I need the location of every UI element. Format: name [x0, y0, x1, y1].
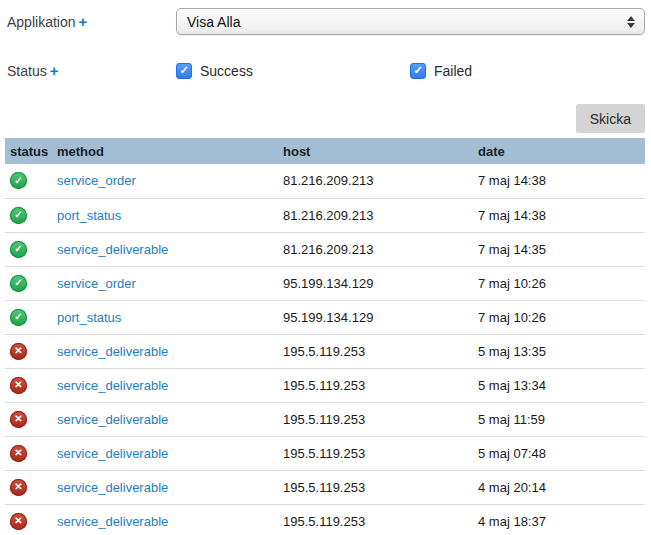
status-failed-icon: ✕: [10, 411, 27, 428]
host-cell: 95.199.134.129: [283, 300, 478, 334]
status-failed-icon: ✕: [10, 343, 27, 360]
table-row: ✕ service_deliverable 195.5.119.253 5 ma…: [5, 436, 645, 470]
host-cell: 195.5.119.253: [283, 368, 478, 402]
method-link[interactable]: service_deliverable: [57, 242, 168, 257]
column-header-date: date: [478, 138, 645, 164]
method-link[interactable]: service_order: [57, 173, 136, 188]
host-cell: 195.5.119.253: [283, 402, 478, 436]
status-add-icon[interactable]: +: [50, 62, 59, 79]
date-cell: 7 maj 14:38: [478, 164, 645, 198]
applikation-add-icon[interactable]: +: [79, 13, 88, 30]
host-cell: 81.216.209.213: [283, 164, 478, 198]
column-header-host: host: [283, 138, 478, 164]
table-row: ✕ service_deliverable 195.5.119.253 5 ma…: [5, 368, 645, 402]
date-cell: 5 maj 13:34: [478, 368, 645, 402]
status-success-icon: ✓: [10, 309, 27, 326]
status-failed-icon: ✕: [10, 445, 27, 462]
status-failed-icon: ✕: [10, 513, 27, 530]
host-cell: 81.216.209.213: [283, 198, 478, 232]
date-cell: 4 maj 20:14: [478, 470, 645, 504]
status-row: Status+ ✓ Success ✓ Failed: [0, 62, 651, 79]
method-link[interactable]: service_deliverable: [57, 412, 168, 427]
status-success-icon: ✓: [10, 275, 27, 292]
host-cell: 95.199.134.129: [283, 266, 478, 300]
host-cell: 195.5.119.253: [283, 436, 478, 470]
skicka-button[interactable]: Skicka: [576, 104, 645, 133]
applikation-label-text: Applikation: [7, 14, 76, 30]
host-cell: 195.5.119.253: [283, 504, 478, 535]
select-stepper-icon: [627, 16, 635, 28]
status-failed-icon: ✕: [10, 479, 27, 496]
applikation-label: Applikation+: [7, 13, 176, 30]
method-link[interactable]: port_status: [57, 208, 121, 223]
date-cell: 7 maj 10:26: [478, 266, 645, 300]
method-link[interactable]: service_deliverable: [57, 480, 168, 495]
column-header-status: status: [5, 138, 57, 164]
failed-checkbox-label: Failed: [434, 63, 472, 79]
failed-checkbox-group: ✓ Failed: [410, 63, 472, 79]
date-cell: 7 maj 14:38: [478, 198, 645, 232]
method-link[interactable]: service_order: [57, 276, 136, 291]
status-success-icon: ✓: [10, 241, 27, 258]
host-cell: 195.5.119.253: [283, 334, 478, 368]
table-row: ✓ port_status 95.199.134.129 7 maj 10:26: [5, 300, 645, 334]
applikation-select-value: Visa Alla: [187, 14, 240, 30]
date-cell: 5 maj 11:59: [478, 402, 645, 436]
table-row: ✓ service_order 81.216.209.213 7 maj 14:…: [5, 164, 645, 198]
date-cell: 5 maj 13:35: [478, 334, 645, 368]
method-link[interactable]: port_status: [57, 310, 121, 325]
success-checkbox-group: ✓ Success: [176, 63, 410, 79]
status-label: Status+: [7, 62, 176, 79]
method-link[interactable]: service_deliverable: [57, 378, 168, 393]
status-failed-icon: ✕: [10, 377, 27, 394]
method-link[interactable]: service_deliverable: [57, 514, 168, 529]
date-cell: 7 maj 10:26: [478, 300, 645, 334]
table-row: ✓ port_status 81.216.209.213 7 maj 14:38: [5, 198, 645, 232]
status-success-icon: ✓: [10, 207, 27, 224]
date-cell: 7 maj 14:35: [478, 232, 645, 266]
date-cell: 5 maj 07:48: [478, 436, 645, 470]
method-link[interactable]: service_deliverable: [57, 344, 168, 359]
method-link[interactable]: service_deliverable: [57, 446, 168, 461]
success-checkbox[interactable]: ✓: [176, 63, 192, 79]
table-row: ✕ service_deliverable 195.5.119.253 4 ma…: [5, 504, 645, 535]
table-row: ✓ service_order 95.199.134.129 7 maj 10:…: [5, 266, 645, 300]
host-cell: 81.216.209.213: [283, 232, 478, 266]
stepper-down-icon: [627, 23, 635, 28]
stepper-up-icon: [627, 16, 635, 21]
table-row: ✓ service_deliverable 81.216.209.213 7 m…: [5, 232, 645, 266]
table-row: ✕ service_deliverable 195.5.119.253 5 ma…: [5, 402, 645, 436]
table-header-row: status method host date: [5, 138, 645, 164]
failed-checkbox[interactable]: ✓: [410, 63, 426, 79]
results-table: status method host date ✓ service_order …: [5, 138, 645, 535]
applikation-select[interactable]: Visa Alla: [176, 8, 645, 35]
status-label-text: Status: [7, 63, 47, 79]
status-success-icon: ✓: [10, 172, 27, 189]
column-header-method: method: [57, 138, 283, 164]
date-cell: 4 maj 18:37: [478, 504, 645, 535]
submit-row: Skicka: [0, 104, 651, 133]
applikation-row: Applikation+ Visa Alla: [0, 0, 651, 35]
table-row: ✕ service_deliverable 195.5.119.253 4 ma…: [5, 470, 645, 504]
success-checkbox-label: Success: [200, 63, 253, 79]
host-cell: 195.5.119.253: [283, 470, 478, 504]
table-row: ✕ service_deliverable 195.5.119.253 5 ma…: [5, 334, 645, 368]
